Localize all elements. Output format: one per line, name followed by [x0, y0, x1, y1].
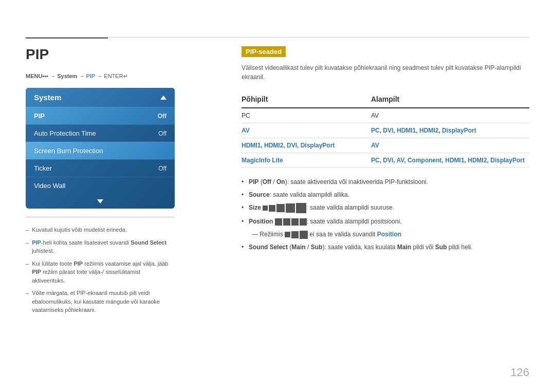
system-label: System [57, 73, 77, 79]
menu-divider [26, 217, 175, 217]
menu-item-auto-protection-label: Auto Protection Time [34, 129, 96, 137]
note-text-3: Kui lülitate toote PIP režiimis vaatamis… [32, 259, 175, 285]
note-item-2: – PIP-heli kohta saate lisateavet suvand… [26, 238, 175, 255]
menu-path: MENU▪▪▪ → System → PIP → ENTER↵ [26, 73, 211, 80]
bullet-sound-label: Sound Select [249, 244, 288, 251]
note-item-3: – Kui lülitate toote PIP režiimis vaatam… [26, 259, 175, 285]
system-menu-title: System [26, 88, 175, 107]
table-row: HDMI1, HDMI2, DVI, DisplayPort AV [242, 138, 529, 153]
table-cell-magic-right: PC, DVI, AV, Component, HDMI1, HDMI2, Di… [371, 153, 529, 168]
bullet-pip-label: PIP [249, 178, 258, 185]
menu-item-ticker-label: Ticker [34, 164, 52, 172]
system-menu-label: System [34, 93, 61, 102]
table-header-right: Alampilt [371, 91, 529, 108]
bullet-size-label: Size [249, 204, 261, 211]
right-column: PIP-seaded Välisest videoallikast tulev … [242, 46, 529, 255]
section-badge: PIP-seaded [242, 46, 286, 57]
table-header-left: Põhipilt [242, 91, 371, 108]
bullet-size: Size : saate valida alampildi suuruse. [242, 203, 529, 213]
arrow-down-icon [97, 199, 103, 203]
size-icon-4 [286, 203, 295, 213]
section-description: Välisest videoallikast tulev pilt kuvata… [242, 63, 529, 82]
sub-pos-icon-1 [285, 232, 290, 237]
table-cell-pc-right: AV [371, 108, 529, 123]
note-text-2: PIP-heli kohta saate lisateavet suvandi … [32, 238, 175, 255]
menu-label: MENU [26, 73, 42, 79]
pos-icon-1 [275, 218, 282, 226]
pip-table: Põhipilt Alampilt PC AV AV PC, DVI, HDMI… [242, 91, 529, 168]
sub-pos-icon-3 [300, 231, 308, 239]
bullet-source-label: Source [249, 191, 270, 198]
bullet-list-sound: Sound Select (Main / Sub): saate valida,… [242, 242, 529, 252]
table-cell-av-right: PC, DVI, HDMI1, HDMI2, DisplayPort [371, 123, 529, 138]
table-cell-pc-left: PC [242, 108, 371, 123]
size-icon-2 [269, 205, 275, 212]
notes-section: – Kuvatud kujutis võib mudelist erineda.… [26, 226, 175, 314]
menu-item-auto-protection-value: Off [158, 130, 166, 137]
table-row: PC AV [242, 108, 529, 123]
menu-item-ticker[interactable]: Ticker Off [26, 159, 175, 177]
table-row: AV PC, DVI, HDMI1, HDMI2, DisplayPort [242, 123, 529, 138]
bullet-pip: PIP (Off / On): saate aktiveerida või in… [242, 177, 529, 186]
size-icon-5 [296, 203, 306, 213]
note-item-1: – Kuvatud kujutis võib mudelist erineda. [26, 226, 175, 234]
menu-item-pip-label: PIP [34, 112, 45, 120]
position-sub-note: — Režiimis ei saa te valida suvandit Pos… [242, 230, 529, 239]
pos-icon-4 [300, 218, 307, 226]
note-text-4: Võite märgata, et PIP-ekraanil muutub pi… [32, 289, 175, 314]
arrow-up-icon [160, 96, 166, 100]
page-title: PIP [26, 46, 211, 63]
position-word: Position [377, 231, 401, 238]
menu-item-screen-burn-label: Screen Burn Protection [34, 147, 103, 155]
table-row: MagicInfo Lite PC, DVI, AV, Component, H… [242, 153, 529, 168]
sub-pos-icon-2 [291, 231, 299, 238]
page-number: 126 [510, 366, 529, 379]
note-text-1: Kuvatud kujutis võib mudelist erineda. [32, 226, 127, 234]
bullet-position-label: Position [249, 218, 273, 225]
bullet-sound-select: Sound Select (Main / Sub): saate valida,… [242, 242, 529, 252]
table-cell-hdmi-left: HDMI1, HDMI2, DVI, DisplayPort [242, 138, 371, 153]
bullet-position: Position : saate valida alampildi posits… [242, 217, 529, 226]
pos-icon-2 [283, 218, 290, 226]
note-item-4: – Võite märgata, et PIP-ekraanil muutub … [26, 289, 175, 314]
menu-item-auto-protection[interactable]: Auto Protection Time Off [26, 124, 175, 142]
left-column: PIP MENU▪▪▪ → System → PIP → ENTER↵ Syst… [26, 46, 211, 319]
bullet-source: Source: saate valida alampildi allika. [242, 190, 529, 199]
pos-icons [275, 218, 307, 226]
menu-item-video-wall[interactable]: Video Wall [26, 177, 175, 194]
menu-item-ticker-value: Off [158, 165, 166, 172]
sub-pos-icons [285, 231, 308, 239]
menu-item-screen-burn[interactable]: Screen Burn Protection [26, 142, 175, 159]
size-icon-1 [263, 206, 268, 211]
menu-item-pip[interactable]: PIP Off [26, 107, 175, 124]
table-cell-magic-left: MagicInfo Lite [242, 153, 371, 168]
pip-label: PIP [86, 73, 95, 79]
size-icon-3 [276, 204, 285, 212]
pos-icon-3 [291, 218, 299, 226]
top-line [26, 37, 529, 38]
system-menu: System PIP Off Auto Protection Time Off … [26, 88, 175, 209]
table-cell-av-left: AV [242, 123, 371, 138]
menu-item-pip-value: Off [158, 113, 166, 120]
arrow-down-container [26, 194, 175, 209]
page-container: PIP MENU▪▪▪ → System → PIP → ENTER↵ Syst… [0, 0, 555, 392]
bullet-list: PIP (Off / On): saate aktiveerida või in… [242, 177, 529, 226]
size-icons [263, 203, 306, 213]
table-cell-hdmi-right: AV [371, 138, 529, 153]
menu-item-video-wall-label: Video Wall [34, 182, 65, 190]
